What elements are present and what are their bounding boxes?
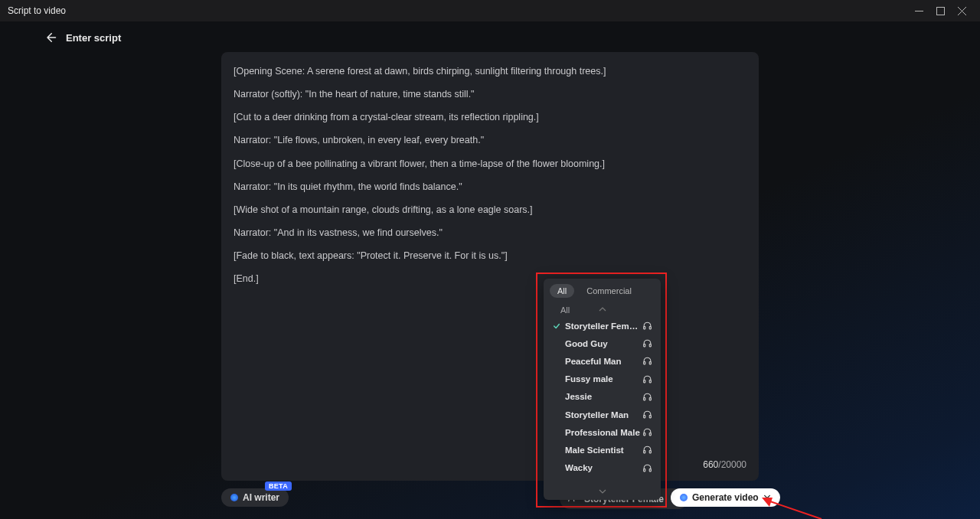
maximize-button[interactable] — [929, 0, 951, 21]
voice-option[interactable]: Wacky — [548, 459, 656, 477]
sparkle-icon — [680, 494, 688, 501]
voice-tab-commercial[interactable]: Commercial — [579, 284, 639, 298]
headphones-icon[interactable] — [641, 463, 653, 473]
headphones-icon[interactable] — [641, 410, 653, 419]
voice-list[interactable]: Storyteller Female Good Guy Peaceful Man… — [544, 315, 661, 489]
page-body: Enter script [Opening Scene: A serene fo… — [0, 21, 980, 519]
script-line: [Close-up of a bee pollinating a vibrant… — [234, 157, 746, 171]
scroll-down-caret[interactable] — [544, 489, 661, 500]
voice-option-label: Professional Male — [562, 428, 641, 437]
script-line: [End.] — [234, 272, 746, 286]
svg-rect-13 — [649, 416, 651, 418]
svg-rect-19 — [649, 468, 651, 471]
voice-group-label: All — [560, 305, 570, 315]
page-header: Enter script — [0, 21, 980, 51]
voice-option-label: Storyteller Man — [562, 410, 641, 419]
voice-subheader: All — [544, 301, 661, 315]
ai-writer-label: AI writer — [243, 492, 279, 503]
headphones-icon[interactable] — [641, 427, 653, 437]
svg-rect-16 — [643, 451, 645, 453]
voice-option-label: Jessie — [562, 392, 641, 401]
check-icon — [551, 322, 562, 330]
voice-option-label: Peaceful Man — [562, 357, 641, 366]
voice-option[interactable]: Peaceful Man — [548, 352, 656, 370]
svg-rect-10 — [643, 397, 645, 400]
script-line: Narrator: "In its quiet rhythm, the worl… — [234, 180, 746, 194]
voice-option-label: Good Guy — [562, 339, 641, 348]
ai-writer-button[interactable]: AI writer BETA — [221, 488, 289, 507]
close-button[interactable] — [951, 0, 972, 21]
voice-popup-highlight: All Commercial All Storyteller Female Go… — [536, 273, 667, 508]
script-line: Narrator: "Life flows, unbroken, in ever… — [234, 133, 746, 147]
headphones-icon[interactable] — [641, 338, 653, 348]
generate-video-button[interactable]: Generate video — [671, 488, 780, 507]
voice-option-label: Male Scientist — [562, 446, 641, 455]
beta-badge: BETA — [265, 481, 292, 491]
sparkle-icon — [230, 494, 238, 501]
headphones-icon[interactable] — [641, 374, 653, 384]
svg-rect-18 — [643, 468, 645, 471]
voice-popup: All Commercial All Storyteller Female Go… — [544, 279, 661, 500]
voice-option-label: Fussy male — [562, 374, 641, 384]
script-line: [Fade to black, text appears: "Protect i… — [234, 249, 746, 263]
svg-rect-11 — [649, 397, 651, 400]
headphones-icon[interactable] — [641, 392, 653, 402]
minimize-button[interactable] — [908, 0, 929, 21]
svg-rect-6 — [643, 362, 645, 364]
char-counter: 660/20000 — [703, 459, 746, 472]
script-line: [Opening Scene: A serene forest at dawn,… — [234, 64, 746, 78]
voice-option[interactable]: Male Scientist — [548, 441, 656, 459]
caret-up-icon[interactable] — [599, 301, 606, 315]
script-line: Narrator (softly): "In the heart of natu… — [234, 87, 746, 101]
headphones-icon[interactable] — [641, 445, 653, 455]
svg-rect-9 — [649, 380, 651, 382]
voice-option[interactable]: Professional Male — [548, 423, 656, 441]
voice-popup-tabs: All Commercial — [544, 279, 661, 301]
svg-rect-4 — [643, 344, 645, 347]
voice-option-label: Storyteller Female — [562, 322, 641, 331]
svg-rect-3 — [649, 327, 651, 329]
voice-tab-all[interactable]: All — [550, 284, 574, 298]
voice-option[interactable]: Good Guy — [548, 335, 656, 352]
script-line: [Cut to a deer drinking from a crystal-c… — [234, 110, 746, 124]
title-bar: Script to video — [0, 0, 980, 21]
back-arrow-icon[interactable] — [43, 31, 57, 44]
svg-rect-12 — [643, 416, 645, 418]
svg-rect-5 — [649, 344, 651, 347]
voice-option-label: Wacky — [562, 463, 641, 472]
svg-rect-8 — [643, 380, 645, 382]
svg-rect-0 — [936, 7, 944, 15]
script-line: [Wide shot of a mountain range, clouds d… — [234, 203, 746, 217]
voice-option[interactable]: Storyteller Man — [548, 406, 656, 423]
page-title: Enter script — [66, 32, 121, 44]
svg-rect-7 — [649, 362, 651, 364]
svg-rect-15 — [649, 433, 651, 436]
chevron-down-icon — [763, 492, 771, 503]
svg-rect-2 — [643, 327, 645, 329]
svg-rect-14 — [643, 433, 645, 436]
svg-rect-17 — [649, 451, 651, 453]
script-line: Narrator: "And in its vastness, we find … — [234, 226, 746, 240]
headphones-icon[interactable] — [641, 321, 653, 331]
window-title: Script to video — [8, 5, 66, 16]
script-editor[interactable]: [Opening Scene: A serene forest at dawn,… — [221, 52, 759, 481]
voice-option[interactable]: Fussy male — [548, 370, 656, 388]
voice-option[interactable]: Jessie — [548, 388, 656, 406]
headphones-icon[interactable] — [641, 356, 653, 366]
voice-option[interactable]: Storyteller Female — [548, 317, 656, 335]
generate-label: Generate video — [692, 492, 759, 503]
